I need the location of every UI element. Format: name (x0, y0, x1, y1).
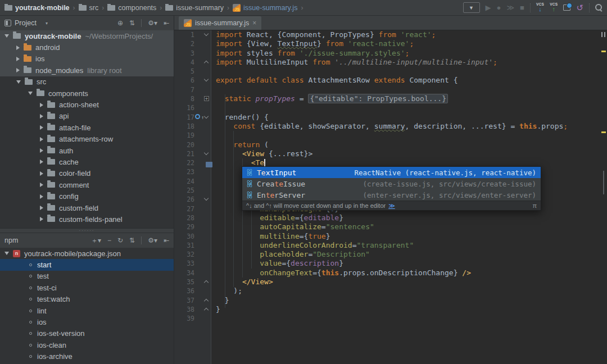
run-icon[interactable]: ▶ (486, 4, 491, 11)
tree-item-api[interactable]: api (0, 111, 174, 122)
code-text[interactable]: underlineColorAndroid="transparent" (211, 241, 600, 250)
warning-mark[interactable] (601, 131, 606, 133)
local-history-icon[interactable] (563, 4, 570, 11)
breadcrumb-item-youtrack-mobile[interactable]: youtrack-mobile (4, 4, 70, 12)
npm-script-ios[interactable]: ios (0, 316, 174, 327)
vcs-commit-icon[interactable]: VCS ↑ (550, 3, 558, 12)
code-line-20[interactable]: 20 return ( (174, 140, 600, 149)
code-line-32[interactable]: 32 placeholder="Description" (174, 250, 600, 259)
fold-end-icon[interactable] (204, 61, 209, 65)
code-text[interactable]: static propTypes = {"editable": PropType… (211, 94, 600, 103)
chevron-right-icon[interactable] (40, 148, 43, 153)
locate-file-icon[interactable]: ⊕ (117, 20, 123, 26)
npm-script-start[interactable]: start (0, 259, 174, 270)
code-line-36[interactable]: 36 ); (174, 286, 600, 295)
code-line-19[interactable]: 19 (174, 131, 600, 140)
code-line-7[interactable]: 7 (174, 85, 600, 94)
code-line-33[interactable]: 33 value={description} (174, 259, 600, 268)
code-line-6[interactable]: 6export default class AttachmentsRow ext… (174, 76, 600, 85)
code-text[interactable]: import {View, TextInput} from 'react-nat… (211, 39, 600, 48)
code-line-31[interactable]: 31 underlineColorAndroid="transparent" (174, 241, 600, 250)
code-text[interactable]: <View {...rest}> (211, 149, 600, 158)
breadcrumb-item-issue-summary.js[interactable]: JSissue-summary.js (233, 4, 297, 12)
chevron-down-icon[interactable] (28, 92, 33, 95)
editor-area[interactable]: JS issue-summary.js × 1import React, {Co… (174, 16, 607, 364)
npm-script-ios-archive[interactable]: ios-archive (0, 351, 174, 362)
code-line-5[interactable]: 5 (174, 67, 600, 76)
code-line-38[interactable]: 38} (174, 305, 600, 314)
refresh-icon[interactable]: ↻ (117, 237, 123, 244)
npm-script-ios-clean[interactable]: ios-clean (0, 339, 174, 351)
chevron-right-icon[interactable] (40, 125, 43, 130)
stop-icon[interactable]: ■ (520, 4, 524, 11)
code-line-4[interactable]: 4import MultilineInput from '../multilin… (174, 58, 600, 67)
code-line-30[interactable]: 30 multiline={true} (174, 232, 600, 241)
code-text[interactable]: export default class AttachmentsRow exte… (211, 76, 600, 85)
tree-item-attachments-row[interactable]: attachments-row (0, 134, 174, 145)
editor-scrollbar[interactable] (600, 30, 607, 364)
breadcrumb-item-components[interactable]: components (107, 4, 156, 12)
tree-item-ios[interactable]: ios (0, 53, 174, 65)
profiler-icon[interactable]: ≫ (506, 4, 514, 11)
chevron-down-icon[interactable] (16, 80, 21, 84)
code-line-1[interactable]: 1import React, {Component, PropTypes} fr… (174, 30, 600, 39)
hint-more-link[interactable]: ≫ (388, 202, 395, 210)
collapse-all-icon[interactable]: ⇅ (129, 20, 135, 26)
tree-item-cache[interactable]: cache (0, 156, 174, 167)
code-text[interactable]: placeholder="Description" (211, 250, 600, 259)
chevron-right-icon[interactable] (40, 137, 43, 142)
breadcrumb-item-src[interactable]: src (79, 4, 99, 12)
project-panel-title[interactable]: Project ▾ (4, 19, 48, 27)
code-text[interactable]: } (211, 305, 600, 314)
completion-item-TextInput[interactable]: TextInputReactNative (react-native.js, r… (242, 167, 541, 178)
gear-icon[interactable]: ⚙▾ (148, 20, 157, 26)
tree-item-components[interactable]: components (0, 88, 174, 99)
code-text[interactable] (211, 103, 600, 112)
code-text[interactable] (211, 131, 600, 140)
code-text[interactable]: import styles from './issue-summary.styl… (211, 49, 600, 58)
code-text[interactable]: ); (211, 286, 600, 295)
search-everywhere-icon[interactable] (595, 4, 603, 11)
tree-item-src[interactable]: src (0, 76, 174, 88)
tree-item-custom-field[interactable]: custom-field (0, 202, 174, 213)
code-line-2[interactable]: 2import {View, TextInput} from 'react-na… (174, 39, 600, 48)
fold-collapsed-icon[interactable]: + (204, 96, 209, 101)
chevron-right-icon[interactable] (16, 68, 20, 72)
code-text[interactable]: editable={editable} (211, 213, 600, 222)
chevron-right-icon[interactable] (16, 57, 20, 61)
fold-end-icon[interactable] (204, 280, 209, 285)
fold-expanded-icon[interactable] (204, 77, 209, 81)
tree-item-comment[interactable]: comment (0, 179, 174, 190)
code-line-34[interactable]: 34 onChangeText={this.props.onDescriptio… (174, 269, 600, 277)
fold-expanded-icon[interactable] (204, 113, 209, 118)
code-line-21[interactable]: 21 <View {...rest}> (174, 149, 600, 158)
close-icon[interactable]: × (252, 19, 256, 27)
chevron-down-icon[interactable] (4, 252, 9, 255)
code-line-17[interactable]: 17 render() { (174, 113, 600, 122)
panel-splitter[interactable]: ······ (0, 228, 174, 233)
code-text[interactable]: const {editable, showSeparator, summary,… (211, 122, 600, 131)
tree-item-node_modules[interactable]: node_moduleslibrary root (0, 65, 174, 76)
tree-item-color-field[interactable]: color-field (0, 168, 174, 179)
tab-issue-summary-js[interactable]: JS issue-summary.js × (179, 16, 261, 30)
fold-expanded-icon[interactable] (204, 31, 209, 36)
undo-icon[interactable]: ↺ (576, 3, 583, 12)
completion-item-EnterServer[interactable]: EnterServer(enter-server.js, src/views/e… (242, 189, 541, 201)
npm-script-test:watch[interactable]: test:watch (0, 294, 174, 305)
code-text[interactable]: return ( (211, 140, 600, 149)
chevron-right-icon[interactable] (16, 46, 20, 50)
code-line-28[interactable]: 28 editable={editable} (174, 213, 600, 222)
remove-icon[interactable]: − (107, 237, 111, 244)
code-text[interactable]: render() { (211, 113, 600, 122)
code-line-39[interactable]: 39 (174, 314, 600, 323)
warning-mark[interactable] (601, 51, 606, 52)
chevron-right-icon[interactable] (40, 171, 43, 176)
completion-item-CreateIssue[interactable]: CreateIssue(create-issue.js, src/views/c… (242, 178, 541, 189)
gear-icon[interactable]: ⚙▾ (148, 237, 157, 244)
tree-item-attach-file[interactable]: attach-file (0, 122, 174, 133)
code-line-29[interactable]: 29 autoCapitalize="sentences" (174, 222, 600, 231)
add-icon[interactable]: ＋▾ (91, 237, 101, 244)
hide-panel-icon[interactable]: ⇤ (164, 237, 169, 244)
npm-script-test-ci[interactable]: test-ci (0, 282, 174, 293)
code-text[interactable]: onChangeText={this.props.onDescriptionCh… (211, 269, 600, 277)
